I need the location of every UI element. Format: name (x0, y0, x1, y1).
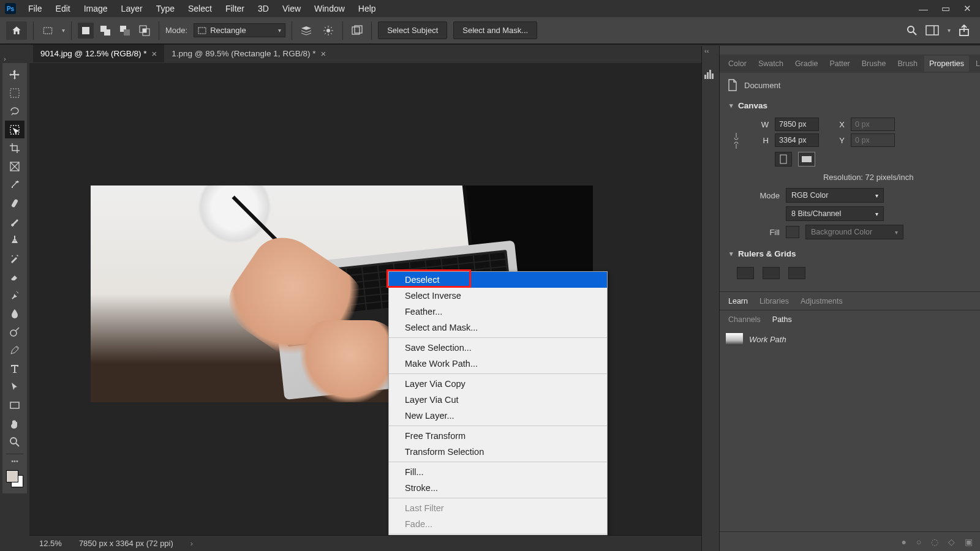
sample-layers-icon[interactable] (349, 23, 365, 39)
tab-swatches[interactable]: Swatch (753, 56, 788, 72)
select-layers-icon[interactable] (298, 23, 314, 39)
crop-tool[interactable] (5, 139, 24, 157)
guides-icon[interactable] (788, 267, 805, 279)
canvas-section-header[interactable]: ▾Canvas (727, 96, 980, 115)
menu-type[interactable]: Type (150, 1, 181, 16)
tab-patterns[interactable]: Patter (824, 56, 854, 72)
minimize-icon[interactable]: — (919, 4, 928, 14)
home-button[interactable] (6, 21, 27, 40)
object-selection-tool[interactable] (5, 121, 24, 138)
tool-preset-chevron-icon[interactable]: ▾ (62, 27, 65, 34)
ctx-free-transform[interactable]: Free Transform (389, 428, 607, 444)
ctx-select-inverse[interactable]: Select Inverse (389, 288, 607, 304)
maximize-icon[interactable]: ▭ (941, 3, 950, 14)
tab-learn[interactable]: Learn (723, 293, 753, 309)
tab-channels[interactable]: Channels (723, 312, 766, 328)
ctx-select-and-mask[interactable]: Select and Mask... (389, 320, 607, 335)
ctx-stroke[interactable]: Stroke... (389, 480, 607, 496)
document-dimensions[interactable]: 7850 px x 3364 px (72 ppi) (79, 539, 173, 548)
close-tab-icon[interactable]: × (320, 48, 326, 59)
expand-docks-icon[interactable]: › (4, 55, 6, 62)
document-tab-2[interactable]: 1.png @ 89.5% (Rectangle 1, RGB/8) * × (164, 45, 333, 62)
ctx-new-layer[interactable]: New Layer... (389, 408, 607, 424)
blur-tool[interactable] (5, 304, 24, 322)
width-input[interactable] (775, 118, 819, 131)
zoom-level[interactable]: 12.5% (39, 539, 62, 548)
gradient-tool[interactable] (5, 286, 24, 304)
menu-filter[interactable]: Filter (219, 1, 251, 16)
close-icon[interactable]: ✕ (963, 3, 971, 14)
menu-3d[interactable]: 3D (252, 1, 275, 16)
close-tab-icon[interactable]: × (152, 48, 157, 59)
path-selection-tool[interactable] (5, 378, 24, 395)
orientation-landscape[interactable] (798, 152, 815, 167)
link-wh-icon[interactable] (732, 132, 741, 150)
menu-file[interactable]: File (22, 1, 48, 16)
tab-gradients[interactable]: Gradie (790, 56, 823, 72)
fill-swatch[interactable] (786, 226, 799, 238)
lasso-tool[interactable] (5, 102, 24, 120)
orientation-portrait[interactable] (775, 152, 792, 167)
clone-stamp-tool[interactable] (5, 231, 24, 249)
menu-view[interactable]: View (276, 1, 307, 16)
path-item[interactable]: Work Path (720, 328, 980, 350)
ctx-feather[interactable]: Feather... (389, 304, 607, 320)
expand-dock-icon[interactable]: ‹‹ (704, 47, 709, 54)
tab-color[interactable]: Color (723, 56, 752, 72)
rulers-icon[interactable] (737, 267, 754, 279)
ctx-transform-selection[interactable]: Transform Selection (389, 444, 607, 460)
path-to-selection-icon[interactable]: ◌ (931, 537, 938, 547)
ctx-fill[interactable]: Fill... (389, 464, 607, 480)
grid-icon[interactable] (763, 267, 780, 279)
menu-window[interactable]: Window (308, 1, 351, 16)
frame-tool[interactable] (5, 157, 24, 175)
workspace-switcher-icon[interactable] (925, 25, 940, 36)
pen-tool[interactable] (5, 341, 24, 359)
menu-edit[interactable]: Edit (50, 1, 77, 16)
dodge-tool[interactable] (5, 323, 24, 340)
new-selection-icon[interactable] (78, 23, 94, 39)
color-mode-select[interactable]: RGB Color▾ (786, 188, 884, 203)
add-selection-icon[interactable] (97, 23, 113, 39)
dock-histogram-icon[interactable] (702, 66, 719, 83)
make-path-icon[interactable]: ◇ (948, 537, 955, 547)
ctx-layer-via-copy[interactable]: Layer Via Copy (389, 376, 607, 392)
intersect-selection-icon[interactable] (137, 23, 153, 39)
ctx-layer-via-cut[interactable]: Layer Via Cut (389, 392, 607, 408)
menu-select[interactable]: Select (182, 1, 218, 16)
healing-brush-tool[interactable] (5, 194, 24, 212)
hand-tool[interactable] (5, 414, 24, 432)
eyedropper-tool[interactable] (5, 176, 24, 193)
tab-libraries[interactable]: Libraries (755, 293, 794, 309)
zoom-tool[interactable] (5, 433, 24, 451)
height-input[interactable] (775, 133, 819, 147)
document-tab-1[interactable]: 9014.jpg @ 12.5% (RGB/8) * × (33, 45, 164, 62)
share-icon[interactable] (958, 24, 970, 37)
color-swatches[interactable] (5, 469, 24, 491)
tab-brushes[interactable]: Brushe (857, 56, 891, 72)
select-subject-button[interactable]: Select Subject (378, 21, 447, 39)
mask-icon[interactable]: ▣ (965, 537, 973, 547)
menu-layer[interactable]: Layer (115, 1, 149, 16)
current-tool-icon[interactable] (40, 23, 56, 39)
tab-adjustments[interactable]: Adjustments (796, 293, 848, 309)
brush-tool[interactable] (5, 212, 24, 230)
ctx-deselect[interactable]: Deselect (389, 272, 607, 288)
stroke-path-icon[interactable]: ○ (916, 537, 921, 547)
select-and-mask-button[interactable]: Select and Mask... (453, 21, 537, 39)
fill-path-icon[interactable]: ● (901, 537, 906, 547)
status-more-icon[interactable]: › (190, 539, 193, 548)
toolbar-more-icon[interactable]: ••• (6, 457, 23, 465)
marquee-tool[interactable] (5, 84, 24, 102)
type-tool[interactable] (5, 359, 24, 377)
rulers-section-header[interactable]: ▾Rulers & Grids (727, 244, 980, 263)
tab-layers[interactable]: Layers (971, 56, 980, 72)
history-brush-tool[interactable] (5, 249, 24, 267)
search-icon[interactable] (906, 24, 918, 37)
workspace-chevron-icon[interactable]: ▾ (948, 27, 951, 34)
move-tool[interactable] (5, 66, 24, 83)
tab-properties[interactable]: Properties (924, 56, 969, 72)
fill-select[interactable]: Background Color▾ (805, 225, 903, 239)
tab-paths[interactable]: Paths (767, 312, 797, 328)
subtract-selection-icon[interactable] (117, 23, 133, 39)
